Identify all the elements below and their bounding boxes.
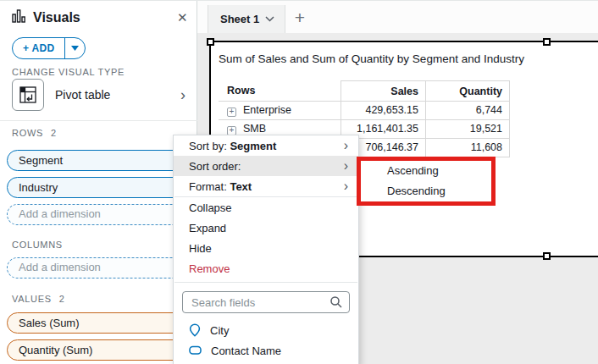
menu-separator — [174, 282, 357, 283]
rows-add-dimension-dropzone[interactable]: Add a dimension — [7, 204, 190, 225]
menu-item-label: Remove — [189, 262, 230, 275]
menu-item-collapse[interactable]: Collapse — [174, 197, 358, 218]
add-button-label: + ADD — [13, 38, 64, 58]
menu-item-label: Expand — [189, 222, 226, 234]
add-visual-button[interactable]: + ADD — [12, 37, 86, 59]
caret-down-icon — [71, 46, 79, 51]
header-rows: Rows — [219, 80, 341, 102]
submenu-item-ascending[interactable]: Ascending — [361, 161, 491, 181]
field-list-item-contact-name[interactable]: Contact Name — [174, 340, 358, 361]
dropzone-placeholder: Add a dimension — [19, 207, 101, 220]
values-section-label: VALUES2 — [12, 294, 65, 304]
columns-add-dimension-dropzone[interactable]: Add a dimension — [7, 257, 190, 279]
menu-item-remove[interactable]: Remove — [174, 258, 358, 279]
change-visual-type-label: CHANGE VISUAL TYPE — [12, 67, 125, 77]
pill-label: Quantity (Sum) — [19, 344, 92, 356]
menu-item-label: Collapse — [189, 201, 232, 214]
field-name: Contact Name — [211, 345, 281, 357]
quantity-value-cell: 6,744 — [425, 102, 510, 120]
close-icon[interactable]: ✕ — [177, 10, 188, 25]
dropzone-placeholder: Add a dimension — [19, 261, 101, 273]
values-count: 2 — [59, 294, 65, 304]
expand-icon[interactable]: + — [227, 126, 236, 135]
tab-sheet-1[interactable]: Sheet 1 — [208, 5, 285, 33]
rows-section-label: ROWS2 — [12, 128, 57, 138]
header-sales[interactable]: Sales — [341, 80, 425, 102]
pill-label: Industry — [19, 181, 58, 194]
pivot-header-row: Rows Sales Quantity — [219, 80, 510, 102]
field-context-menu: Sort by: Segment › Sort order: › Format:… — [173, 135, 359, 364]
string-field-icon — [189, 345, 202, 356]
columns-section-label: COLUMNS — [12, 240, 63, 250]
field-well-pill-industry[interactable]: Industry — [7, 177, 190, 198]
row-label: Enterprise — [243, 104, 291, 116]
add-button-dropdown[interactable] — [64, 38, 85, 58]
pill-label: Sales (Sum) — [19, 317, 80, 329]
resize-handle-top-left[interactable] — [207, 38, 214, 46]
visuals-panel-header: Visuals — [12, 9, 80, 26]
field-search — [182, 291, 350, 313]
field-well-pill-sales-sum[interactable]: Sales (Sum) — [7, 312, 190, 334]
field-name: City — [210, 324, 229, 337]
visual-type-selector[interactable]: Pivot table › — [12, 79, 185, 111]
menu-item-label: Format: — [189, 180, 230, 193]
header-quantity[interactable]: Quantity — [425, 80, 510, 102]
sheet-tab-bar: Sheet 1 + — [197, 1, 598, 33]
field-well-pill-segment[interactable]: Segment — [7, 150, 190, 171]
sort-order-submenu-annotation: Ascending Descending — [357, 157, 496, 206]
panel-divider — [0, 120, 197, 121]
field-list-item-city[interactable]: City — [174, 320, 358, 340]
menu-item-sort-order[interactable]: Sort order: › — [174, 156, 358, 176]
menu-item-sort-by[interactable]: Sort by: Segment › — [174, 135, 358, 156]
resize-handle-top-middle[interactable] — [543, 38, 551, 46]
tab-label: Sheet 1 — [220, 13, 259, 25]
resize-handle-bottom-middle[interactable] — [543, 252, 551, 260]
pivot-table-icon — [12, 79, 44, 111]
table-row: +Enterprise 429,653.15 6,744 — [219, 102, 510, 120]
menu-item-value: Segment — [230, 140, 276, 152]
chevron-right-icon[interactable]: › — [180, 87, 185, 102]
visual-title: Sum of Sales and Sum of Quantity by Segm… — [219, 52, 524, 65]
quantity-value-cell: 19,521 — [425, 120, 510, 139]
chevron-down-icon[interactable] — [265, 16, 274, 22]
add-sheet-button[interactable]: + — [287, 5, 313, 30]
panel-title: Visuals — [33, 10, 80, 25]
sales-value-cell: 429,653.15 — [341, 102, 425, 120]
search-input[interactable] — [182, 291, 350, 313]
expand-icon[interactable]: + — [227, 108, 236, 117]
rows-count: 2 — [51, 128, 57, 138]
quantity-value-cell: 11,608 — [425, 139, 510, 157]
menu-item-expand[interactable]: Expand — [174, 218, 358, 238]
bar-chart-icon — [12, 9, 26, 26]
visual-type-name: Pivot table — [55, 88, 110, 102]
pill-label: Segment — [19, 154, 63, 167]
row-label: SMB — [243, 123, 266, 135]
submenu-item-descending[interactable]: Descending — [361, 181, 491, 201]
menu-item-hide[interactable]: Hide — [174, 238, 358, 258]
menu-item-label: Sort by: — [189, 140, 230, 152]
field-well-pill-quantity-sum[interactable]: Quantity (Sum) — [7, 339, 190, 361]
chevron-right-icon: › — [344, 138, 348, 153]
menu-item-label: Hide — [189, 242, 212, 255]
chevron-right-icon: › — [344, 179, 348, 194]
visuals-panel: Visuals ✕ + ADD CHANGE VISUAL TYPE P — [0, 1, 197, 364]
search-icon — [329, 295, 343, 312]
menu-item-format[interactable]: Format: Text › — [174, 176, 358, 196]
menu-item-label: Sort order: — [189, 160, 241, 173]
quicksight-app: Visuals ✕ + ADD CHANGE VISUAL TYPE P — [0, 0, 598, 364]
chevron-right-icon: › — [344, 158, 348, 174]
menu-item-value: Text — [230, 180, 252, 193]
location-pin-icon — [189, 323, 201, 337]
row-label-cell[interactable]: +Enterprise — [219, 102, 341, 120]
